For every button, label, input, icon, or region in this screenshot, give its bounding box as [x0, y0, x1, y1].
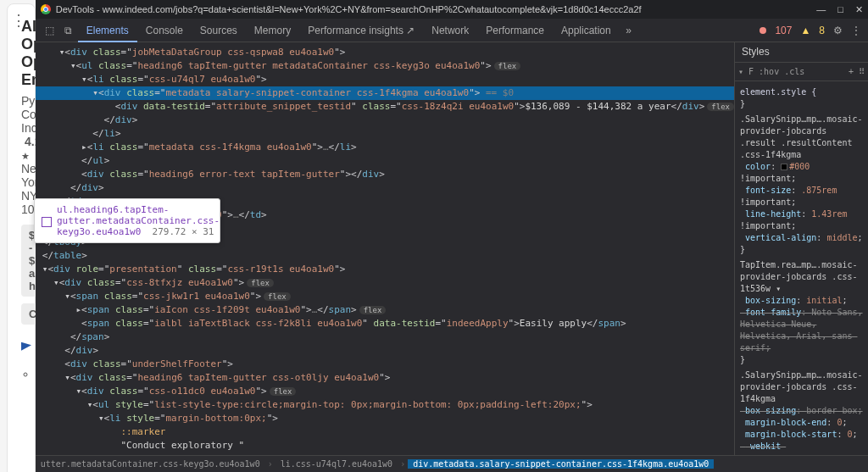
send-icon: [21, 341, 31, 351]
styles-tab[interactable]: Styles: [735, 42, 868, 63]
close-button[interactable]: ✕: [855, 4, 863, 15]
tabs-overflow-icon[interactable]: »: [620, 25, 638, 36]
device-icon[interactable]: ⧉: [59, 25, 78, 36]
tab-memory[interactable]: Memory: [246, 19, 299, 42]
kebab-icon[interactable]: ⋮: [11, 14, 26, 26]
elements-tree[interactable]: ▾<div class="jobMetaDataGroup css-qspwa8…: [36, 42, 734, 455]
warning-count[interactable]: 8: [819, 25, 825, 36]
maximize-button[interactable]: □: [837, 4, 843, 15]
error-count[interactable]: 107: [775, 25, 792, 36]
tab-application[interactable]: Application: [553, 19, 620, 42]
tab-perf-insights[interactable]: Performance insights ↗: [299, 19, 423, 42]
inspect-icon[interactable]: ⬚: [41, 25, 59, 36]
tab-performance[interactable]: Performance: [477, 19, 553, 42]
tab-sources[interactable]: Sources: [192, 19, 246, 42]
kebab-icon[interactable]: ⋮: [851, 25, 861, 36]
window-title: DevTools - www.indeed.com/jobs?q=data+sc…: [56, 4, 642, 14]
tab-elements[interactable]: Elements: [78, 19, 137, 42]
job-bullets: Stay abreast of industry trends and adva…: [21, 367, 36, 472]
tab-console[interactable]: Console: [137, 19, 192, 42]
styles-panel[interactable]: Styles ▾ F :hov .cls+ ⠿ element.style { …: [734, 42, 868, 455]
window-controls[interactable]: — □ ✕: [816, 4, 863, 15]
inspector-tooltip: ul.heading6.tapItem-gutter.metadataConta…: [34, 198, 36, 243]
tab-network[interactable]: Network: [423, 19, 477, 42]
error-dot-icon: [760, 27, 766, 34]
contract-pill: Contract+1: [21, 303, 36, 325]
minimize-button[interactable]: —: [816, 4, 826, 15]
star-icon: ★: [21, 151, 30, 161]
warning-icon: ▲: [800, 25, 810, 36]
styles-filter[interactable]: ▾ F :hov .cls+ ⠿: [735, 63, 868, 81]
elements-breadcrumb[interactable]: utter.metadataContainer.css-keyg3o.eu4oa…: [36, 455, 868, 472]
devtools-tabs: ⬚ ⧉ Elements Console Sources Memory Perf…: [36, 19, 868, 42]
job-card[interactable]: ⋮ AI Ops/LLM Ops Engineer Pyramid Consul…: [7, 3, 36, 472]
window-titlebar: DevTools - www.indeed.com/jobs?q=data+sc…: [36, 0, 868, 19]
settings-icon[interactable]: ⚙: [833, 25, 843, 36]
chrome-icon: [41, 4, 51, 14]
